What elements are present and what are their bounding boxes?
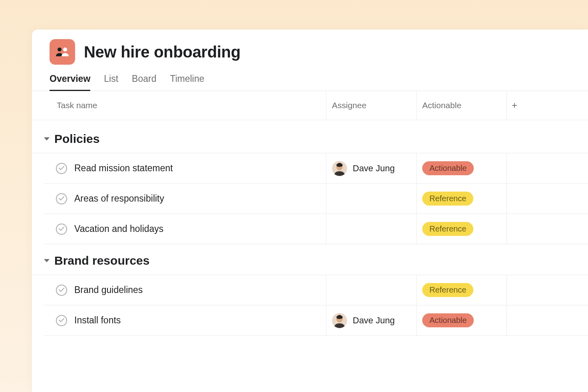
task-name: Areas of responsibility [74, 193, 164, 204]
table-header: Task name Assignee Actionable + [32, 91, 588, 120]
task-row[interactable]: Brand guidelines Reference [44, 275, 588, 305]
task-row[interactable]: Areas of responsibility Reference [44, 184, 588, 214]
complete-toggle[interactable] [56, 315, 67, 326]
task-name: Brand guidelines [74, 285, 143, 295]
complete-toggle[interactable] [56, 224, 67, 235]
caret-down-icon [44, 137, 50, 141]
app-frame: New hire onboarding Overview List Board … [32, 30, 588, 392]
add-column-button[interactable]: + [512, 100, 517, 111]
svg-point-1 [63, 48, 67, 51]
tab-overview[interactable]: Overview [50, 73, 90, 91]
section-header[interactable]: Policies [32, 120, 588, 153]
column-task: Task name [57, 101, 97, 110]
caret-down-icon [44, 259, 50, 262]
project-title: New hire onboarding [84, 43, 240, 61]
tabs: Overview List Board Timeline [32, 65, 588, 91]
task-row[interactable]: Install fonts Dave Jung Actionable [44, 305, 588, 336]
section-title: Brand resources [54, 254, 149, 267]
task-row[interactable]: Vacation and holidays Reference [44, 214, 588, 244]
avatar [332, 313, 347, 328]
task-name: Read mission statement [74, 163, 173, 174]
tag-pill[interactable]: Reference [422, 283, 473, 297]
task-row[interactable]: Read mission statement Dave Jung Actiona… [44, 153, 588, 184]
assignee-name: Dave Jung [353, 163, 395, 174]
complete-toggle[interactable] [56, 285, 67, 296]
project-header: New hire onboarding [32, 30, 588, 65]
project-icon [50, 39, 75, 65]
section-title: Policies [54, 132, 99, 146]
tag-pill[interactable]: Actionable [422, 161, 474, 175]
section-header[interactable]: Brand resources [32, 244, 588, 275]
tag-pill[interactable]: Reference [422, 192, 473, 206]
assignee-name: Dave Jung [353, 315, 395, 326]
avatar [332, 161, 347, 176]
svg-point-0 [58, 48, 62, 51]
column-assignee: Assignee [332, 101, 366, 110]
tag-pill[interactable]: Reference [422, 222, 473, 236]
people-icon [56, 47, 69, 57]
task-name: Vacation and holidays [74, 224, 163, 234]
tab-list[interactable]: List [104, 73, 118, 91]
tab-timeline[interactable]: Timeline [170, 73, 204, 91]
column-actionable: Actionable [422, 101, 461, 110]
complete-toggle[interactable] [56, 163, 67, 174]
tag-pill[interactable]: Actionable [422, 313, 474, 327]
tab-board[interactable]: Board [132, 73, 156, 91]
sections-container: Policies Read mission statement Dave Jun… [32, 120, 588, 336]
complete-toggle[interactable] [56, 193, 67, 204]
task-name: Install fonts [74, 315, 121, 326]
